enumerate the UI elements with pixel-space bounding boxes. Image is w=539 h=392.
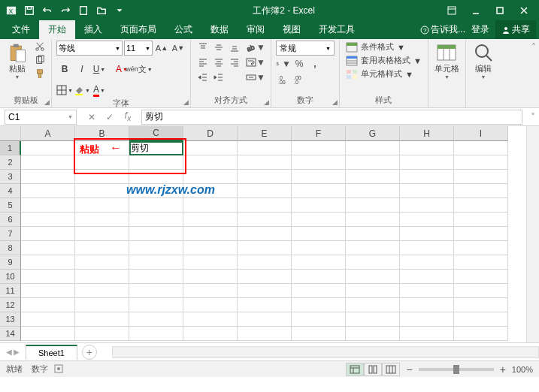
- vertical-scrollbar[interactable]: [526, 126, 539, 342]
- col-header[interactable]: A: [21, 126, 75, 141]
- row-header[interactable]: 2: [0, 155, 21, 170]
- font-size-select[interactable]: 11▼: [124, 41, 153, 56]
- decrease-decimal-icon[interactable]: .00.0: [292, 72, 307, 86]
- cell[interactable]: [346, 312, 400, 327]
- cell[interactable]: [129, 213, 183, 227]
- col-header[interactable]: G: [346, 126, 400, 141]
- fx-icon[interactable]: fx: [119, 110, 137, 125]
- row-header[interactable]: 12: [0, 298, 21, 312]
- cell[interactable]: [454, 213, 508, 227]
- underline-button[interactable]: U▼: [91, 62, 107, 77]
- row-header[interactable]: 9: [0, 255, 21, 270]
- format-table-button[interactable]: 套用表格格式 ▼: [344, 54, 423, 67]
- cell[interactable]: [21, 141, 75, 155]
- minimize-icon[interactable]: [464, 2, 488, 20]
- cell[interactable]: [183, 284, 238, 298]
- cell[interactable]: [129, 298, 183, 312]
- cell[interactable]: [75, 213, 129, 227]
- tell-me[interactable]: ?告诉我...: [420, 23, 465, 36]
- col-header[interactable]: C: [129, 126, 183, 141]
- col-header[interactable]: D: [183, 126, 238, 141]
- cell[interactable]: [21, 241, 75, 255]
- tab-formulas[interactable]: 公式: [165, 20, 201, 39]
- font-name-select[interactable]: 等线▼: [56, 41, 123, 56]
- cell[interactable]: [129, 284, 183, 298]
- cell[interactable]: [21, 170, 75, 184]
- zoom-slider[interactable]: [419, 368, 494, 371]
- cell[interactable]: [238, 198, 292, 213]
- align-middle-icon[interactable]: [211, 41, 226, 54]
- open-icon[interactable]: [93, 2, 110, 19]
- cell[interactable]: [183, 170, 238, 184]
- expand-formula-icon[interactable]: ˅: [527, 112, 539, 122]
- zoom-out-icon[interactable]: −: [406, 363, 412, 375]
- cell[interactable]: [183, 155, 238, 170]
- cell[interactable]: [75, 155, 129, 170]
- row-header[interactable]: 8: [0, 241, 21, 255]
- cell[interactable]: [400, 213, 454, 227]
- format-painter-icon[interactable]: [33, 68, 47, 80]
- sheet-prev-icon[interactable]: ◀: [6, 348, 12, 356]
- sheet-tab[interactable]: Sheet1: [26, 345, 77, 360]
- undo-icon[interactable]: [39, 2, 56, 19]
- cell[interactable]: [238, 312, 292, 327]
- italic-button[interactable]: I: [74, 62, 90, 77]
- cell[interactable]: [183, 298, 238, 312]
- cell[interactable]: [292, 141, 346, 155]
- cell[interactable]: [454, 170, 508, 184]
- cell[interactable]: [454, 241, 508, 255]
- clipboard-launcher-icon[interactable]: ◢: [44, 98, 50, 106]
- cell[interactable]: [346, 327, 400, 341]
- cell[interactable]: [454, 155, 508, 170]
- decrease-font-icon[interactable]: A▼: [171, 41, 186, 56]
- cell[interactable]: [21, 298, 75, 312]
- increase-decimal-icon[interactable]: .0.00: [276, 72, 291, 86]
- new-icon[interactable]: [75, 2, 92, 19]
- number-format-select[interactable]: 常规▼: [276, 41, 335, 56]
- cell[interactable]: [346, 141, 400, 155]
- tab-insert[interactable]: 插入: [75, 20, 111, 39]
- cell[interactable]: [400, 170, 454, 184]
- cell[interactable]: [21, 213, 75, 227]
- border-button[interactable]: ▼: [56, 83, 73, 98]
- alignment-launcher-icon[interactable]: ◢: [264, 98, 269, 106]
- cell[interactable]: [129, 270, 183, 284]
- cell[interactable]: [75, 241, 129, 255]
- cell[interactable]: [129, 170, 183, 184]
- name-box[interactable]: C1▼: [5, 110, 77, 125]
- comma-icon[interactable]: ,: [307, 57, 322, 71]
- row-header[interactable]: 4: [0, 184, 21, 198]
- align-top-icon[interactable]: [195, 41, 210, 54]
- cell[interactable]: [346, 184, 400, 198]
- ribbon-display-icon[interactable]: [440, 2, 464, 20]
- cell[interactable]: [400, 327, 454, 341]
- cell[interactable]: [21, 184, 75, 198]
- close-icon[interactable]: [512, 2, 536, 20]
- wrap-text-icon[interactable]: ▼: [245, 56, 266, 69]
- cell[interactable]: [238, 213, 292, 227]
- cell[interactable]: [75, 141, 129, 155]
- cell[interactable]: [400, 155, 454, 170]
- cell[interactable]: [292, 312, 346, 327]
- select-all-corner[interactable]: [0, 126, 21, 141]
- cell[interactable]: [292, 155, 346, 170]
- cell[interactable]: [21, 312, 75, 327]
- cell[interactable]: [21, 255, 75, 270]
- zoom-handle[interactable]: [453, 365, 459, 374]
- cut-icon[interactable]: [33, 41, 47, 53]
- qat-more-icon[interactable]: [111, 2, 128, 19]
- row-header[interactable]: 7: [0, 227, 21, 241]
- add-sheet-icon[interactable]: +: [82, 345, 97, 360]
- normal-view-icon[interactable]: [346, 363, 364, 376]
- phonetic-button[interactable]: wén文▼: [131, 62, 147, 77]
- horizontal-scrollbar[interactable]: [112, 346, 539, 358]
- cell[interactable]: [292, 255, 346, 270]
- col-header[interactable]: E: [238, 126, 292, 141]
- cell[interactable]: [454, 184, 508, 198]
- tab-review[interactable]: 审阅: [238, 20, 274, 39]
- row-header[interactable]: 11: [0, 284, 21, 298]
- cell[interactable]: [400, 255, 454, 270]
- cell[interactable]: [129, 227, 183, 241]
- cell[interactable]: [183, 227, 238, 241]
- cell[interactable]: [129, 241, 183, 255]
